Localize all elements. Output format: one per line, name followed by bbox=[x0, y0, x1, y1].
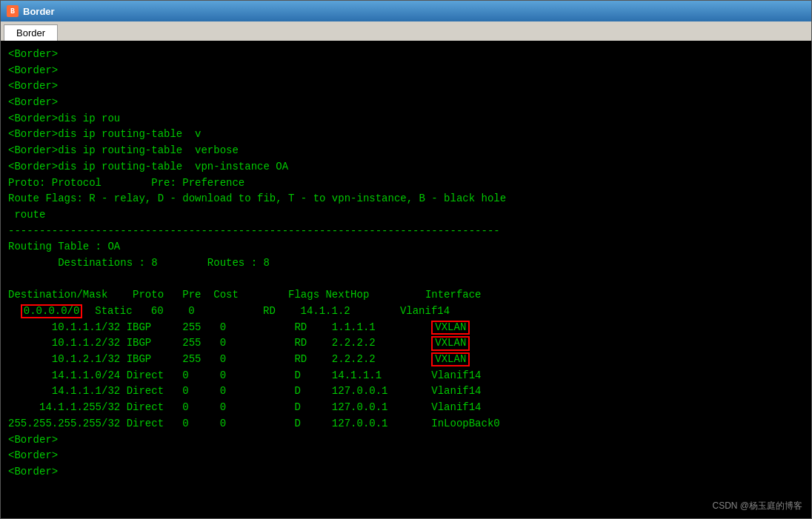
terminal-area: <Border> <Border> <Border> <Border> <Bor… bbox=[1, 41, 811, 518]
window-title: Border bbox=[23, 6, 55, 17]
window-frame: B Border Border <Border> <Border> <Borde… bbox=[0, 0, 812, 519]
tab-border[interactable]: Border bbox=[4, 24, 58, 41]
app-icon: B bbox=[7, 5, 19, 17]
title-bar: B Border bbox=[1, 1, 811, 21]
terminal-output: <Border> <Border> <Border> <Border> <Bor… bbox=[8, 47, 804, 481]
tab-bar: Border bbox=[1, 21, 811, 41]
watermark: CSDN @杨玉庭的博客 bbox=[712, 500, 802, 512]
